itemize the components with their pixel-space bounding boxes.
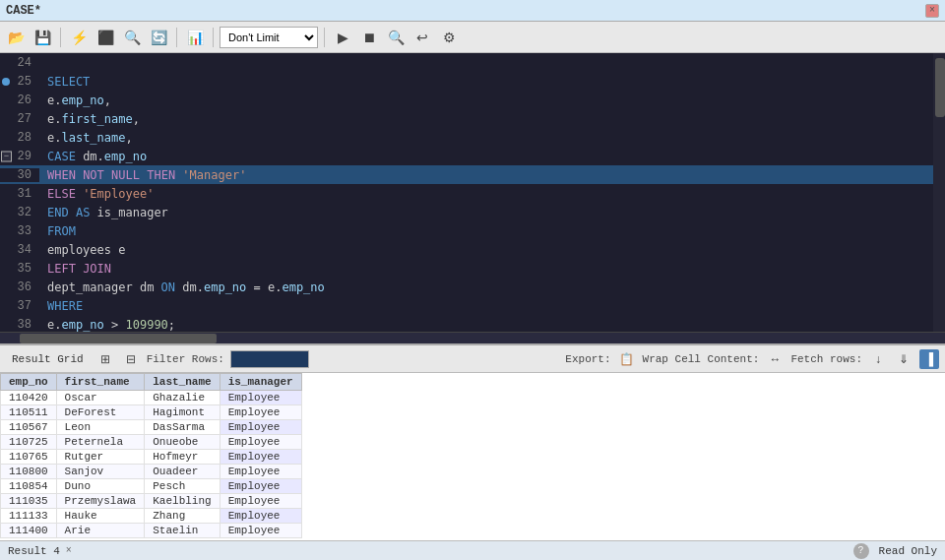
close-tab-icon[interactable]: × (63, 545, 75, 557)
wrap-button[interactable]: ↩ (410, 26, 434, 49)
help-icon[interactable]: ? (853, 543, 869, 559)
line-num-29: −29 (0, 150, 39, 163)
table-cell: DeForest (56, 405, 145, 420)
side-panel-button[interactable]: ▐ (919, 349, 939, 369)
code-lines: 24 25SELECT26 e.emp_no,27 e.first_name,2… (0, 53, 933, 332)
table-cell: Oscar (56, 391, 145, 405)
vertical-scrollbar[interactable] (933, 53, 945, 332)
result-grid-tab[interactable]: Result Grid (6, 351, 90, 367)
grid-view-button[interactable]: ⊞ (95, 349, 115, 369)
result-4-tab[interactable]: Result 4 × (8, 545, 75, 557)
form-view-button[interactable]: ⊟ (121, 349, 141, 369)
code-editor[interactable]: 24 25SELECT26 e.emp_no,27 e.first_name,2… (0, 53, 945, 332)
table-cell: Peternela (56, 435, 145, 450)
save-file-button[interactable]: 💾 (31, 26, 54, 49)
result-toolbar: Result Grid ⊞ ⊟ Filter Rows: Export: 📋 W… (0, 345, 945, 373)
column-header-last_name[interactable]: last_name (145, 374, 220, 391)
result-panel: Result Grid ⊞ ⊟ Filter Rows: Export: 📋 W… (0, 343, 945, 540)
export-btn[interactable]: 📋 (617, 349, 637, 369)
table-cell: Employee (220, 405, 301, 420)
run-query-button[interactable]: ▶ (331, 26, 354, 49)
settings-button[interactable]: ⚙ (437, 26, 461, 49)
filter-label: Filter Rows: (147, 353, 224, 365)
table-cell: Kaelbling (145, 494, 220, 509)
close-button[interactable]: × (925, 4, 939, 18)
table-cell: Arie (56, 524, 145, 538)
result-tab-label: Result 4 (8, 545, 60, 557)
table-row: 110567LeonDasSarmaEmployee (1, 420, 302, 435)
line-num-33: 33 (0, 224, 39, 238)
line-num-34: 34 (0, 243, 39, 257)
line-content-38: e.emp_no > 109990; (39, 318, 175, 332)
line-content-33: FROM (39, 224, 76, 238)
line-num-38: 38 (0, 318, 39, 332)
result-toolbar-right: Export: 📋 Wrap Cell Content: ↔ Fetch row… (565, 349, 939, 369)
table-cell: Employee (220, 494, 301, 509)
table-cell: 110854 (1, 479, 57, 494)
wrap-cell-button[interactable]: ↔ (765, 349, 785, 369)
stop-query-button[interactable]: ⏹ (357, 26, 381, 49)
stop-button[interactable]: ⬛ (94, 26, 117, 49)
table-cell: Employee (220, 420, 301, 435)
line-num-37: 37 (0, 299, 39, 313)
horizontal-scrollbar[interactable] (0, 332, 945, 343)
separator-4 (324, 28, 325, 47)
table-cell: Leon (56, 420, 145, 435)
line-num-27: 27 (0, 112, 39, 126)
line-content-30: WHEN NOT NULL THEN 'Manager' (39, 168, 246, 182)
line-num-24: 24 (0, 56, 39, 70)
separator-2 (176, 28, 177, 47)
refresh-button[interactable]: 🔄 (147, 26, 170, 49)
table-cell: Staelin (145, 524, 220, 538)
column-header-first_name[interactable]: first_name (56, 374, 145, 391)
execute-button[interactable]: ⚡ (67, 26, 91, 49)
table-cell: Ghazalie (145, 391, 220, 405)
table-cell: 111400 (1, 524, 57, 538)
breakpoint-dot[interactable] (2, 78, 10, 86)
table-cell: Zhang (145, 509, 220, 524)
line-content-37: WHERE (39, 299, 83, 313)
title-bar: CASE* × (0, 0, 945, 22)
fold-icon[interactable]: − (1, 151, 12, 161)
separator-3 (213, 28, 214, 47)
table-row: 111400ArieStaelinEmployee (1, 524, 302, 538)
scrollbar-thumb[interactable] (935, 58, 945, 117)
line-content-29: CASE dm.emp_no (39, 150, 147, 163)
table-row: 110854DunoPeschEmployee (1, 479, 302, 494)
explain-button[interactable]: 🔍 (384, 26, 408, 49)
table-cell: 110511 (1, 405, 57, 420)
table-cell: Employee (220, 391, 301, 405)
search-button[interactable]: 🔍 (120, 26, 144, 49)
h-scroll-thumb[interactable] (20, 334, 217, 343)
table-cell: Pesch (145, 479, 220, 494)
read-only-label: Read Only (879, 545, 937, 557)
export-button[interactable]: 📊 (183, 26, 207, 49)
fetch-label: Fetch rows: (790, 353, 862, 365)
table-cell: Employee (220, 450, 301, 465)
data-table-container[interactable]: emp_nofirst_namelast_nameis_manager 1104… (0, 373, 945, 540)
fetch-rows-button[interactable]: ↓ (868, 349, 888, 369)
table-row: 111035PrzemyslawaKaelblingEmployee (1, 494, 302, 509)
table-cell: Employee (220, 465, 301, 479)
table-cell: Przemyslawa (56, 494, 145, 509)
window-title: CASE* (6, 4, 925, 18)
limit-dropdown[interactable]: Don't Limit 1000 rows 500 rows 100 rows (220, 27, 318, 48)
table-row: 110765RutgerHofmeyrEmployee (1, 450, 302, 465)
table-cell: 111035 (1, 494, 57, 509)
line-content-25: SELECT (39, 75, 90, 89)
table-cell: Sanjov (56, 465, 145, 479)
result-table: emp_nofirst_namelast_nameis_manager 1104… (0, 373, 302, 538)
column-header-emp_no[interactable]: emp_no (1, 374, 57, 391)
table-cell: Employee (220, 435, 301, 450)
line-content-32: END AS is_manager (39, 206, 168, 219)
table-row: 111133HaukeZhangEmployee (1, 509, 302, 524)
line-content-36: dept_manager dm ON dm.emp_no = e.emp_no (39, 280, 325, 294)
table-cell: 110420 (1, 391, 57, 405)
open-file-button[interactable]: 📂 (4, 26, 28, 49)
status-right: ? Read Only (853, 543, 937, 559)
column-header-is_manager[interactable]: is_manager (220, 374, 301, 391)
fetch-all-button[interactable]: ⇓ (894, 349, 914, 369)
filter-input[interactable] (230, 350, 309, 368)
table-cell: 110725 (1, 435, 57, 450)
line-num-32: 32 (0, 206, 39, 219)
